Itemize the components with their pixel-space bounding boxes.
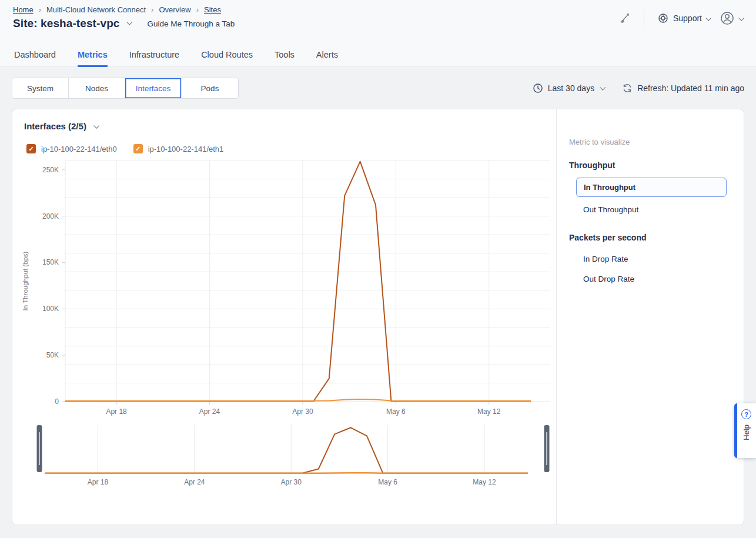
time-range-selector[interactable]: Last 30 days bbox=[533, 83, 604, 93]
svg-text:Apr 24: Apr 24 bbox=[184, 478, 205, 486]
svg-text:150K: 150K bbox=[42, 258, 59, 266]
view-tab-nodes[interactable]: Nodes bbox=[69, 78, 125, 98]
svg-text:0: 0 bbox=[55, 397, 59, 406]
theme-paintbrush-icon[interactable] bbox=[618, 12, 631, 25]
breadcrumb-home[interactable]: Home bbox=[13, 5, 34, 14]
help-question-icon: ? bbox=[741, 409, 751, 419]
page-title: Site: kesha-test-vpc bbox=[13, 17, 120, 30]
help-tab[interactable]: ? Help bbox=[734, 403, 756, 458]
guide-me-link[interactable]: Guide Me Through a Tab bbox=[148, 19, 235, 28]
metric-group-throughput: Throughput In Throughput Out Throughput bbox=[569, 161, 732, 219]
header-divider bbox=[644, 10, 644, 26]
tab-dashboard[interactable]: Dashboard bbox=[14, 44, 56, 67]
refresh-label: Refresh: Updated 11 min ago bbox=[637, 83, 744, 93]
view-switcher: System Nodes Interfaces Pods bbox=[12, 78, 239, 99]
view-tab-interfaces[interactable]: Interfaces bbox=[125, 78, 182, 98]
chart-legend: ✓ ip-10-100-22-141/eth0 ✓ ip-10-100-22-1… bbox=[26, 144, 223, 153]
svg-text:May 6: May 6 bbox=[386, 407, 406, 416]
svg-text:In Throughput (bps): In Throughput (bps) bbox=[22, 251, 29, 310]
metric-group-pps: Packets per second In Drop Rate Out Drop… bbox=[569, 233, 732, 288]
metric-option-in-throughput[interactable]: In Throughput bbox=[576, 178, 727, 197]
view-tab-system[interactable]: System bbox=[12, 78, 69, 98]
card-collapse-chevron-down-icon[interactable] bbox=[93, 123, 99, 129]
support-lifebuoy-icon bbox=[657, 12, 669, 24]
site-selector-chevron-down-icon[interactable] bbox=[126, 19, 132, 25]
legend-item-eth1[interactable]: ✓ ip-10-100-22-141/eth1 bbox=[133, 144, 224, 153]
metrics-page: Home › Multi-Cloud Network Connect › Ove… bbox=[0, 0, 756, 538]
svg-text:50K: 50K bbox=[46, 351, 59, 359]
svg-text:Apr 30: Apr 30 bbox=[281, 478, 302, 486]
breadcrumb-separator: › bbox=[196, 5, 199, 14]
tab-infrastructure[interactable]: Infrastructure bbox=[129, 44, 179, 67]
svg-text:May 6: May 6 bbox=[378, 478, 397, 486]
card-title: Interfaces (2/5) bbox=[24, 121, 86, 131]
svg-text:May 12: May 12 bbox=[473, 478, 496, 486]
clock-icon bbox=[533, 83, 543, 93]
svg-text:100K: 100K bbox=[42, 305, 59, 313]
metric-option-out-throughput[interactable]: Out Throughput bbox=[576, 201, 732, 219]
svg-text:200K: 200K bbox=[42, 212, 59, 220]
help-label: Help bbox=[742, 425, 751, 440]
metric-option-in-drop-rate[interactable]: In Drop Rate bbox=[576, 250, 732, 268]
eth1-label: ip-10-100-22-141/eth1 bbox=[148, 145, 224, 153]
group-title-throughput: Throughput bbox=[569, 161, 732, 170]
card-header[interactable]: Interfaces (2/5) bbox=[24, 121, 98, 131]
app-header: Home › Multi-Cloud Network Connect › Ove… bbox=[0, 0, 756, 67]
svg-text:Apr 18: Apr 18 bbox=[106, 407, 127, 416]
interfaces-card: Interfaces (2/5) ✓ ip-10-100-22-141/eth0… bbox=[12, 109, 744, 525]
title-row: Site: kesha-test-vpc Guide Me Through a … bbox=[13, 17, 235, 30]
support-chevron-down-icon bbox=[705, 15, 711, 21]
tab-alerts[interactable]: Alerts bbox=[316, 44, 338, 67]
breadcrumb: Home › Multi-Cloud Network Connect › Ove… bbox=[13, 5, 221, 14]
svg-text:Apr 30: Apr 30 bbox=[292, 407, 313, 416]
breadcrumb-overview[interactable]: Overview bbox=[159, 5, 190, 14]
time-range-chevron-down-icon bbox=[600, 84, 606, 90]
user-avatar-icon bbox=[720, 11, 735, 26]
eth1-checkbox[interactable]: ✓ bbox=[133, 144, 143, 153]
legend-item-eth0[interactable]: ✓ ip-10-100-22-141/eth0 bbox=[26, 144, 117, 153]
throughput-line-chart: Apr 18Apr 24Apr 30May 6May 12050K100K150… bbox=[18, 155, 551, 418]
chart-brush-minimap[interactable]: Apr 18Apr 24Apr 30May 6May 12 bbox=[18, 424, 551, 490]
metric-panel-caption: Metric to visualize bbox=[569, 138, 732, 146]
refresh-icon bbox=[622, 83, 633, 93]
metric-option-out-drop-rate[interactable]: Out Drop Rate bbox=[576, 270, 732, 288]
svg-text:250K: 250K bbox=[42, 166, 59, 174]
main-tabs: Dashboard Metrics Infrastructure Cloud R… bbox=[14, 44, 360, 67]
time-range-label: Last 30 days bbox=[548, 83, 594, 93]
metrics-toolbar: System Nodes Interfaces Pods Last 30 day… bbox=[12, 78, 744, 99]
eth0-label: ip-10-100-22-141/eth0 bbox=[41, 145, 117, 153]
refresh-control[interactable]: Refresh: Updated 11 min ago bbox=[622, 83, 744, 93]
account-menu[interactable] bbox=[720, 11, 743, 26]
tab-tools[interactable]: Tools bbox=[275, 44, 295, 67]
eth0-checkbox[interactable]: ✓ bbox=[26, 144, 36, 153]
breadcrumb-separator: › bbox=[39, 5, 41, 14]
view-tab-pods[interactable]: Pods bbox=[182, 78, 238, 98]
svg-text:May 12: May 12 bbox=[477, 407, 501, 416]
metric-panel: Metric to visualize Throughput In Throug… bbox=[556, 109, 744, 524]
account-chevron-down-icon bbox=[738, 15, 744, 21]
breadcrumb-service[interactable]: Multi-Cloud Network Connect bbox=[46, 5, 146, 14]
group-title-pps: Packets per second bbox=[569, 233, 732, 242]
toolbar-right: Last 30 days Refresh: Updated 11 min ago bbox=[533, 83, 744, 93]
svg-text:Apr 24: Apr 24 bbox=[199, 407, 220, 416]
tab-cloud-routes[interactable]: Cloud Routes bbox=[201, 44, 253, 67]
header-actions: Support bbox=[618, 9, 743, 27]
svg-text:Apr 18: Apr 18 bbox=[88, 478, 109, 486]
tab-metrics[interactable]: Metrics bbox=[78, 44, 108, 67]
breadcrumb-separator: › bbox=[151, 5, 153, 14]
support-menu[interactable]: Support bbox=[657, 12, 710, 24]
support-label: Support bbox=[673, 14, 702, 23]
breadcrumb-sites[interactable]: Sites bbox=[204, 5, 221, 14]
